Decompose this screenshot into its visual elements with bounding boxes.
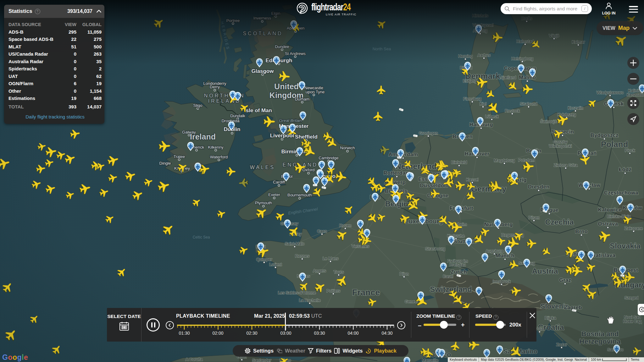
svg-text:03:00: 03:00: [280, 331, 291, 336]
svg-text:02:00: 02:00: [212, 331, 223, 336]
svg-text:02:30: 02:30: [246, 331, 257, 336]
svg-text:03:30: 03:30: [314, 331, 325, 336]
svg-text:01:30: 01:30: [179, 331, 190, 336]
svg-text:04:30: 04:30: [381, 331, 392, 336]
svg-text:04:00: 04:00: [347, 331, 358, 336]
